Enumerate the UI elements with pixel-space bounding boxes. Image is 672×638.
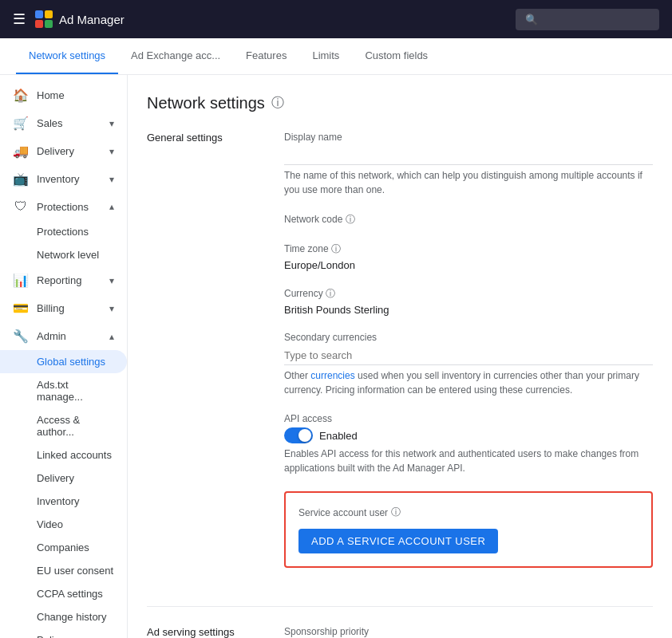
home-icon: 🏠 bbox=[13, 88, 29, 103]
sidebar-subitem-change-history[interactable]: Change history bbox=[0, 605, 127, 628]
general-settings-section: General settings Display name The name o… bbox=[147, 132, 653, 581]
main-content: Network settings ⓘ General settings Disp… bbox=[128, 75, 672, 638]
sidebar-subitem-delivery[interactable]: Delivery bbox=[0, 467, 127, 490]
tab-ad-exchange[interactable]: Ad Exchange acc... bbox=[118, 38, 233, 74]
menu-icon[interactable]: ☰ bbox=[13, 10, 26, 28]
api-access-field: API access Enabled Enables API access fo… bbox=[284, 413, 653, 475]
sidebar-item-admin[interactable]: 🔧 Admin ▴ bbox=[0, 322, 127, 350]
currency-label: Currency ⓘ bbox=[284, 287, 653, 301]
timezone-field: Time zone ⓘ Europe/London bbox=[284, 242, 653, 271]
app-title: Ad Manager bbox=[59, 13, 125, 26]
billing-icon: 💳 bbox=[13, 301, 29, 316]
tab-features[interactable]: Features bbox=[233, 38, 299, 74]
general-settings-content: Display name The name of this network, w… bbox=[284, 132, 653, 581]
service-account-help-icon[interactable]: ⓘ bbox=[391, 506, 401, 519]
chevron-up-icon: ▴ bbox=[109, 331, 114, 342]
chevron-up-icon: ▴ bbox=[109, 201, 114, 212]
sidebar-subitem-protections[interactable]: Protections bbox=[0, 220, 127, 243]
secondary-currencies-desc: Other currencies used when you sell inve… bbox=[284, 368, 653, 397]
ad-serving-settings-label: Ad serving settings bbox=[147, 626, 259, 638]
sidebar-subitem-linked-accounts[interactable]: Linked accounts bbox=[0, 443, 127, 467]
display-name-input[interactable] bbox=[284, 146, 653, 165]
service-account-box: Service account user ⓘ ADD A SERVICE ACC… bbox=[284, 491, 653, 568]
sidebar-item-inventory[interactable]: 📺 Inventory ▾ bbox=[0, 165, 127, 193]
chevron-down-icon: ▾ bbox=[109, 174, 114, 185]
sidebar-subitem-network-level[interactable]: Network level bbox=[0, 243, 127, 266]
section-divider bbox=[147, 606, 653, 607]
tab-network-settings[interactable]: Network settings bbox=[16, 38, 118, 74]
general-settings-label: General settings bbox=[147, 132, 259, 581]
reporting-icon: 📊 bbox=[13, 273, 29, 288]
sidebar-item-home[interactable]: 🏠 Home bbox=[0, 81, 127, 109]
sidebar-subitem-video[interactable]: Video bbox=[0, 513, 127, 536]
timezone-label: Time zone ⓘ bbox=[284, 242, 653, 256]
app-logo: Ad Manager bbox=[35, 10, 125, 28]
sidebar-subitem-access-author[interactable]: Access & author... bbox=[0, 408, 127, 443]
sidebar-item-reporting[interactable]: 📊 Reporting ▾ bbox=[0, 266, 127, 294]
shield-icon: 🛡 bbox=[13, 199, 29, 214]
currency-field: Currency ⓘ British Pounds Sterling bbox=[284, 287, 653, 316]
currencies-link[interactable]: currencies bbox=[310, 370, 354, 381]
chevron-down-icon: ▾ bbox=[109, 146, 114, 157]
add-service-account-button[interactable]: ADD A SERVICE ACCOUNT USER bbox=[298, 529, 498, 553]
sidebar-subitem-ccpa-settings[interactable]: CCPA settings bbox=[0, 582, 127, 605]
service-account-label: Service account user ⓘ bbox=[298, 506, 638, 519]
tab-custom-fields[interactable]: Custom fields bbox=[352, 38, 441, 74]
ad-serving-settings-section: Ad serving settings Sponsorship priority… bbox=[147, 626, 653, 638]
network-code-help-icon[interactable]: ⓘ bbox=[346, 214, 355, 225]
sidebar-subitem-inventory[interactable]: Inventory bbox=[0, 490, 127, 513]
sales-icon: 🛒 bbox=[13, 116, 29, 131]
inventory-icon: 📺 bbox=[13, 171, 29, 187]
api-access-toggle-row: Enabled bbox=[284, 427, 653, 443]
sidebar: 🏠 Home 🛒 Sales ▾ 🚚 Delivery ▾ 📺 Inventor… bbox=[0, 75, 128, 638]
page-title: Network settings ⓘ bbox=[147, 94, 653, 112]
display-name-field: Display name The name of this network, w… bbox=[284, 132, 653, 197]
tab-limits[interactable]: Limits bbox=[299, 38, 352, 74]
topbar: ☰ Ad Manager 🔍 bbox=[0, 0, 672, 38]
sidebar-item-delivery[interactable]: 🚚 Delivery ▾ bbox=[0, 137, 127, 165]
chevron-down-icon: ▾ bbox=[109, 303, 114, 314]
sidebar-subitem-eu-user-consent[interactable]: EU user consent bbox=[0, 559, 127, 582]
network-code-field: Network code ⓘ bbox=[284, 213, 653, 226]
sponsorship-priority-field: Sponsorship priority Enabled Enables 100… bbox=[284, 626, 653, 638]
ad-serving-settings-content: Sponsorship priority Enabled Enables 100… bbox=[284, 626, 653, 638]
timezone-help-icon[interactable]: ⓘ bbox=[331, 243, 341, 254]
secondary-currencies-input[interactable] bbox=[284, 346, 653, 365]
sidebar-item-billing[interactable]: 💳 Billing ▾ bbox=[0, 294, 127, 322]
search-icon: 🔍 bbox=[525, 14, 538, 26]
sidebar-item-protections[interactable]: 🛡 Protections ▴ bbox=[0, 193, 127, 220]
sidebar-subitem-policy[interactable]: Policy bbox=[0, 628, 127, 638]
sidebar-subitem-companies[interactable]: Companies bbox=[0, 536, 127, 559]
secondary-currencies-field: Secondary currencies Other currencies us… bbox=[284, 332, 653, 397]
sidebar-subitem-global-settings[interactable]: Global settings bbox=[0, 350, 127, 373]
chevron-down-icon: ▾ bbox=[109, 118, 114, 129]
admin-icon: 🔧 bbox=[13, 329, 29, 344]
currency-help-icon[interactable]: ⓘ bbox=[326, 288, 335, 299]
delivery-icon: 🚚 bbox=[13, 144, 29, 159]
search-bar[interactable]: 🔍 bbox=[516, 9, 659, 30]
api-access-toggle[interactable] bbox=[284, 427, 313, 443]
sidebar-item-sales[interactable]: 🛒 Sales ▾ bbox=[0, 109, 127, 137]
network-code-label: Network code ⓘ bbox=[284, 213, 653, 226]
chevron-down-icon: ▾ bbox=[109, 275, 114, 286]
tabs-bar: Network settings Ad Exchange acc... Feat… bbox=[0, 38, 672, 75]
logo-icon bbox=[35, 10, 53, 28]
help-icon[interactable]: ⓘ bbox=[271, 95, 284, 112]
sidebar-subitem-ads-txt[interactable]: Ads.txt manage... bbox=[0, 373, 127, 408]
